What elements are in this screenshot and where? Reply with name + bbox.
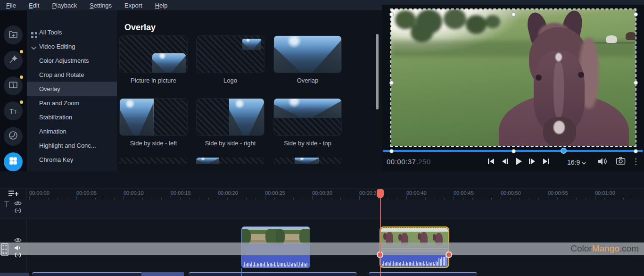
pip-thumbnail [119, 35, 188, 73]
add-track-icon[interactable] [8, 190, 20, 199]
tools-item-highlight-and-conceal[interactable]: Highlight and Conc... [27, 138, 117, 152]
timeline: T 00:00:00 00:00:05 00:00:10 00:00:15 00… [0, 189, 644, 276]
overlay-card-picture-in-picture[interactable]: Picture in picture [119, 35, 188, 84]
title-track-icon: T [4, 199, 9, 209]
video-track-filmstrip-icon [1, 243, 8, 258]
titles-button[interactable]: TT [4, 101, 23, 120]
playhead-marker[interactable] [377, 189, 384, 198]
overlay-card-side-by-side-top[interactable]: Side by side - top [273, 98, 342, 147]
horse-eye-right [578, 72, 584, 78]
menu-edit[interactable]: Edit [29, 2, 39, 9]
previous-frame-button[interactable] [500, 157, 510, 166]
overlay-card-side-by-side-left[interactable]: Side by side - left [119, 98, 188, 147]
overlay-card-overlap[interactable]: Overlap [273, 35, 342, 84]
video-track-visibility-icon[interactable] [14, 236, 22, 245]
trees [395, 10, 416, 29]
linked-track-segment-filled[interactable] [141, 272, 184, 276]
clip-edge-guide [241, 268, 242, 276]
tools-group-video-editing[interactable]: Video Editing [27, 39, 117, 53]
resize-handle-sw[interactable] [389, 149, 394, 153]
video-editor-window: File Edit Playback Settings Export Help … [0, 0, 644, 276]
timeline-toolbar: Export [0, 171, 644, 189]
new-badge [20, 75, 23, 79]
distant-brown-horse [626, 32, 636, 40]
panel-title: Overlay [124, 23, 156, 33]
title-track-link-icon[interactable] [14, 207, 22, 216]
linked-track-corner [0, 273, 29, 276]
title-track[interactable] [0, 200, 644, 218]
resize-handle-s[interactable] [512, 149, 516, 153]
grid-icon [8, 156, 18, 167]
transitions-button[interactable] [4, 76, 23, 95]
import-media-button[interactable] [4, 25, 23, 44]
seek-handle[interactable] [561, 148, 567, 154]
menu-playback[interactable]: Playback [52, 2, 77, 9]
playback-controls [487, 157, 551, 166]
resize-handle-n[interactable] [512, 12, 516, 17]
video-track-link-icon[interactable] [14, 251, 22, 260]
horse-snip-marking [553, 121, 565, 134]
overlay-gallery-panel: Overlay Picture in picture Logo Overlap … [117, 10, 382, 171]
gallery-scrollbar[interactable] [376, 34, 379, 109]
tools-item-animation[interactable]: Animation [27, 124, 117, 138]
linked-track-segment[interactable] [369, 272, 477, 276]
tools-item-overlay[interactable]: Overlay [27, 82, 117, 96]
magic-wand-icon [8, 54, 18, 67]
more-options-button[interactable]: ⋮ [632, 157, 640, 166]
clip-audio-waveform [242, 254, 310, 267]
aspect-ratio-select[interactable]: 16:9 [567, 159, 586, 166]
overlay-card-partial-3[interactable] [273, 158, 342, 164]
preview-video-frame[interactable] [391, 9, 636, 146]
snapshot-button[interactable] [616, 157, 626, 167]
menu-settings[interactable]: Settings [90, 2, 112, 9]
volume-button[interactable] [597, 157, 607, 168]
tools-item-color-adjustments[interactable]: Color Adjustments [27, 53, 117, 67]
linked-track-segment[interactable] [189, 272, 357, 276]
sbs-left-thumbnail [119, 98, 188, 136]
playhead-line [380, 189, 381, 276]
menu-help[interactable]: Help [155, 2, 168, 9]
tools-item-all-tools[interactable]: All Tools [27, 25, 117, 39]
logo-thumbnail [196, 35, 264, 73]
overlay-card-partial-1[interactable] [119, 158, 188, 164]
current-timecode: 00:00:37.250 [387, 158, 431, 166]
skip-to-end-button[interactable] [541, 157, 551, 166]
resize-handle-w[interactable] [389, 81, 394, 85]
menu-export[interactable]: Export [124, 2, 142, 9]
more-tools-button[interactable] [4, 152, 23, 171]
menu-file[interactable]: File [6, 2, 16, 9]
tools-item-crop-and-rotate[interactable]: Crop and Rotate [27, 67, 117, 82]
resize-handle-ne[interactable] [634, 12, 638, 17]
magic-enhance-button[interactable] [4, 51, 23, 70]
stickers-icon [8, 130, 18, 142]
overlap-thumbnail [273, 35, 342, 73]
tools-item-stabilization[interactable]: Stabilization [27, 110, 117, 124]
new-badge [20, 50, 23, 53]
resize-handle-se[interactable] [634, 149, 638, 153]
skip-to-start-button[interactable] [487, 157, 496, 166]
preview-panel: 00:00:37.250 16:9 ⋮ [382, 5, 644, 171]
tools-item-chroma-key[interactable]: Chroma Key [27, 152, 117, 167]
stickers-button[interactable] [4, 127, 23, 146]
clip-trim-handle-right[interactable] [446, 252, 451, 257]
distant-white-horse [606, 35, 617, 43]
next-frame-button[interactable] [528, 157, 537, 166]
resize-handle-e[interactable] [634, 81, 638, 85]
play-button[interactable] [514, 157, 523, 166]
folder-plus-icon [8, 29, 18, 41]
horse-eye-left [536, 75, 542, 81]
tools-panel: All Tools Video Editing Color Adjustment… [27, 10, 117, 171]
clip-video-thumbnail [242, 227, 310, 244]
horse-blaze [553, 61, 564, 118]
overlay-card-side-by-side-right[interactable]: Side by side - right [196, 98, 264, 147]
transitions-icon [8, 80, 18, 92]
tools-item-pan-and-zoom[interactable]: Pan and Zoom [27, 96, 117, 110]
track-highlight-band [0, 243, 644, 255]
overlay-card-partial-2[interactable] [196, 158, 264, 164]
sbs-top-thumbnail [273, 98, 342, 136]
horse-star-marking [555, 53, 562, 61]
new-badge [20, 100, 23, 104]
overlay-card-logo[interactable]: Logo [196, 35, 264, 84]
resize-handle-nw[interactable] [389, 12, 394, 17]
activity-bar: TT [0, 10, 27, 171]
